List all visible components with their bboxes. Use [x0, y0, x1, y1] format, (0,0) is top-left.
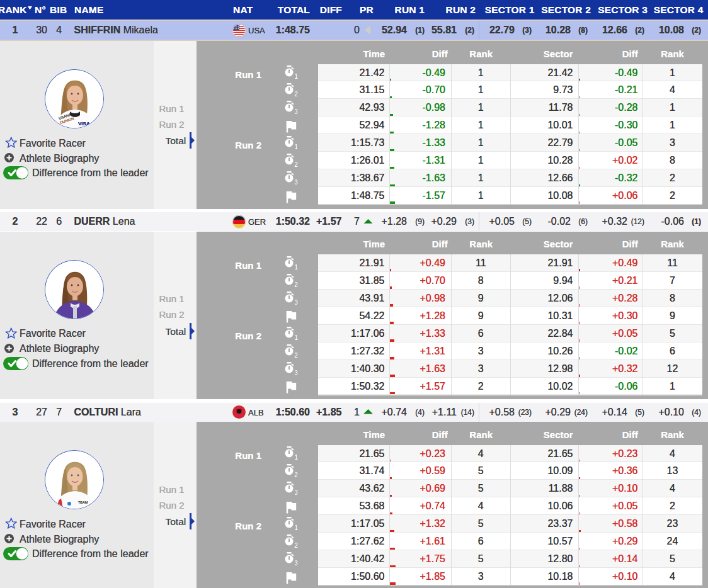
svg-text:1: 1: [294, 72, 298, 79]
svg-text:3: 3: [294, 369, 298, 376]
svg-text:2: 2: [294, 471, 298, 478]
svg-text:1: 1: [294, 524, 298, 531]
svg-text:2: 2: [294, 90, 298, 97]
svg-text:3: 3: [294, 298, 298, 305]
svg-text:3: 3: [294, 559, 298, 566]
svg-text:2: 2: [294, 281, 298, 288]
svg-text:2: 2: [294, 541, 298, 548]
svg-text:1: 1: [294, 453, 298, 460]
svg-text:TEAM: TEAM: [78, 500, 88, 504]
svg-text:1: 1: [294, 143, 298, 150]
svg-text:3: 3: [294, 178, 298, 185]
svg-text:3: 3: [294, 489, 298, 495]
svg-text:VISA: VISA: [78, 121, 90, 127]
svg-text:2: 2: [294, 161, 298, 167]
svg-text:1: 1: [294, 263, 298, 270]
svg-text:3: 3: [294, 108, 298, 115]
svg-text:2: 2: [294, 351, 298, 358]
svg-text:1: 1: [294, 334, 298, 341]
